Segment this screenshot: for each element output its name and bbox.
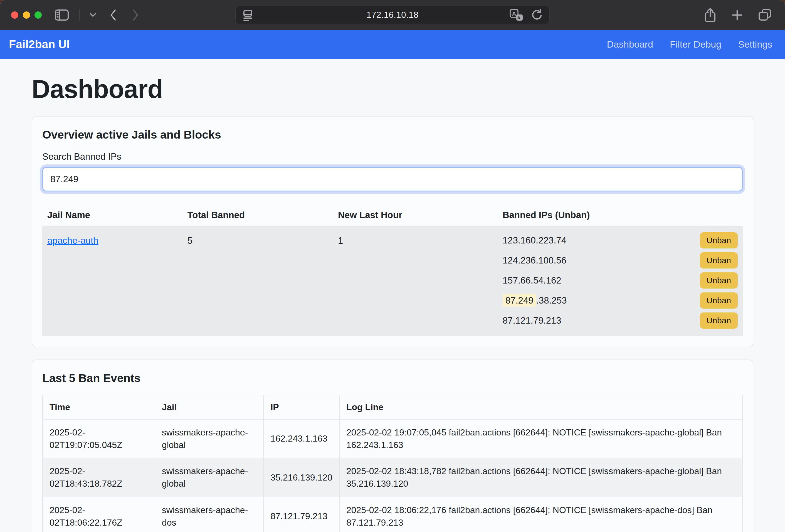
events-table: TimeJailIPLog Line 2025-02-02T19:07:05.0… xyxy=(42,395,743,532)
share-icon[interactable] xyxy=(704,7,716,23)
page-title: Dashboard xyxy=(32,75,753,104)
reload-icon[interactable] xyxy=(530,9,543,21)
event-ip-cell: 87.121.79.213 xyxy=(263,497,339,532)
nav-link-settings[interactable]: Settings xyxy=(738,39,772,50)
banned-ip-address: 124.236.100.56 xyxy=(503,255,566,266)
jails-column-header-total-banned: Total Banned xyxy=(182,204,333,227)
event-row: 2025-02-02T19:07:05.045Zswissmakers-apac… xyxy=(43,419,742,458)
browser-chrome: 172.16.10.18 A A xyxy=(0,0,785,30)
events-card-title: Last 5 Ban Events xyxy=(42,372,743,385)
jail-row: apache-auth51123.160.223.74Unban124.236.… xyxy=(42,227,743,336)
unban-button[interactable]: Unban xyxy=(700,252,738,269)
translate-icon[interactable]: A A xyxy=(509,9,523,21)
events-column-header-time: Time xyxy=(43,395,155,419)
event-time-cell: 2025-02-02T18:43:18.782Z xyxy=(43,458,155,497)
event-ip-cell: 162.243.1.163 xyxy=(263,419,339,458)
minimize-window-icon[interactable] xyxy=(23,11,30,19)
back-icon[interactable] xyxy=(109,9,117,21)
banned-ip-row: 87.121.79.213Unban xyxy=(503,310,738,331)
close-window-icon[interactable] xyxy=(11,11,18,19)
banned-ip-row: 124.236.100.56Unban xyxy=(503,250,738,271)
app-navbar: Fail2ban UI DashboardFilter DebugSetting… xyxy=(0,30,785,59)
search-input[interactable] xyxy=(42,167,743,192)
browser-window: 172.16.10.18 A A xyxy=(0,0,785,532)
chrome-left-controls xyxy=(54,9,139,21)
new-last-hour-cell: 1 xyxy=(333,227,498,336)
banned-ip-row: 157.66.54.162Unban xyxy=(503,271,738,290)
event-log-cell: 2025-02-02 18:43:18,782 fail2ban.actions… xyxy=(339,458,742,497)
unban-button[interactable]: Unban xyxy=(700,293,738,309)
svg-text:A: A xyxy=(512,10,516,17)
banned-ip-address: 157.66.54.162 xyxy=(503,275,561,286)
jails-column-header-new-last-hour: New Last Hour xyxy=(333,204,498,227)
address-bar[interactable]: 172.16.10.18 A A xyxy=(235,6,550,24)
banned-ip-address: 123.160.223.74 xyxy=(503,235,566,246)
nav-link-filter-debug[interactable]: Filter Debug xyxy=(670,39,721,50)
jails-column-header-banned-ips-(unban): Banned IPs (Unban) xyxy=(498,204,743,227)
unban-button[interactable]: Unban xyxy=(700,312,738,329)
svg-text:A: A xyxy=(517,15,521,20)
banned-ip-address: 87.249.38.253 xyxy=(503,295,567,306)
event-jail-cell: swissmakers-apache-global xyxy=(155,419,264,458)
jails-table: Jail NameTotal BannedNew Last HourBanned… xyxy=(42,204,743,336)
zoom-window-icon[interactable] xyxy=(34,11,42,19)
chevron-down-icon[interactable] xyxy=(90,13,96,17)
event-time-cell: 2025-02-02T18:06:22.176Z xyxy=(43,497,155,532)
event-row: 2025-02-02T18:06:22.176Zswissmakers-apac… xyxy=(43,497,742,532)
event-time-cell: 2025-02-02T19:07:05.045Z xyxy=(43,419,155,458)
banned-ip-row: 123.160.223.74Unban xyxy=(503,230,738,250)
event-jail-cell: swissmakers-apache-global xyxy=(155,458,264,497)
sidebar-toggle-icon[interactable] xyxy=(54,9,69,21)
chrome-right-controls xyxy=(704,7,772,23)
total-banned-cell: 5 xyxy=(182,227,333,336)
event-log-cell: 2025-02-02 19:07:05,045 fail2ban.actions… xyxy=(339,419,742,458)
unban-button[interactable]: Unban xyxy=(700,232,738,249)
url-text: 172.16.10.18 xyxy=(236,10,549,20)
events-card: Last 5 Ban Events TimeJailIPLog Line 202… xyxy=(32,359,753,532)
jails-column-header-jail-name: Jail Name xyxy=(42,204,182,227)
chrome-divider xyxy=(79,9,80,21)
page-settings-icon[interactable] xyxy=(242,9,254,21)
banned-ip-address: 87.121.79.213 xyxy=(503,315,561,326)
nav-link-dashboard[interactable]: Dashboard xyxy=(607,39,653,50)
event-ip-cell: 35.216.139.120 xyxy=(263,458,339,497)
traffic-lights xyxy=(11,11,42,19)
tab-overview-icon[interactable] xyxy=(758,8,772,22)
page-content: Dashboard Overview active Jails and Bloc… xyxy=(0,59,785,532)
forward-icon xyxy=(132,9,139,21)
overview-card-title: Overview active Jails and Blocks xyxy=(42,128,743,141)
unban-button[interactable]: Unban xyxy=(700,272,738,288)
search-label: Search Banned IPs xyxy=(42,151,743,162)
nav-links: DashboardFilter DebugSettings xyxy=(607,39,772,50)
event-row: 2025-02-02T18:43:18.782Zswissmakers-apac… xyxy=(43,458,742,497)
brand[interactable]: Fail2ban UI xyxy=(9,38,70,51)
search-match-highlight: 87.249 xyxy=(503,294,536,307)
jail-name-cell: apache-auth xyxy=(42,227,182,336)
event-jail-cell: swissmakers-apache-dos xyxy=(155,497,264,532)
events-column-header-log-line: Log Line xyxy=(339,395,742,419)
banned-ip-row: 87.249.38.253Unban xyxy=(503,290,738,310)
jail-link[interactable]: apache-auth xyxy=(47,235,98,246)
events-column-header-jail: Jail xyxy=(155,395,264,419)
new-tab-icon[interactable] xyxy=(731,9,743,21)
event-log-cell: 2025-02-02 18:06:22,176 fail2ban.actions… xyxy=(339,497,742,532)
overview-card: Overview active Jails and Blocks Search … xyxy=(32,116,753,347)
events-column-header-ip: IP xyxy=(263,395,339,419)
banned-ips-cell: 123.160.223.74Unban124.236.100.56Unban15… xyxy=(498,227,743,336)
